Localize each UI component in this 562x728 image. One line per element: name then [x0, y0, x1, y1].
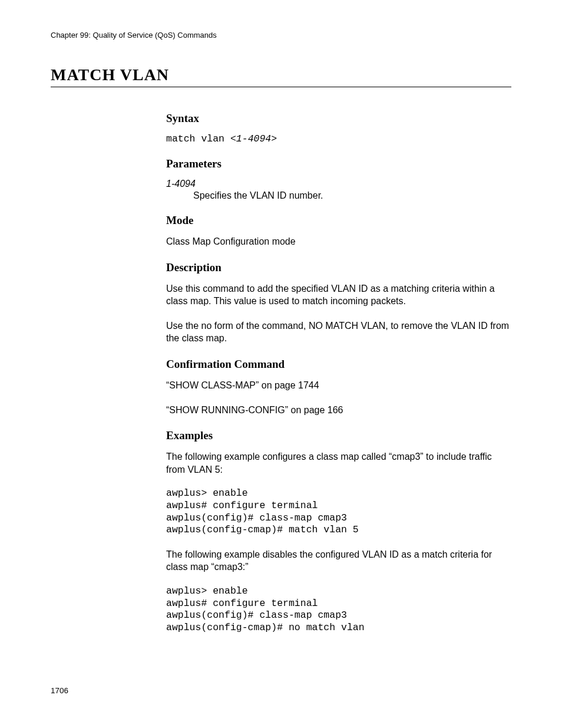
confirmation-link1: “SHOW CLASS-MAP” on page 1744 [166, 379, 511, 392]
confirmation-link2: “SHOW RUNNING-CONFIG” on page 166 [166, 404, 511, 417]
examples-heading: Examples [166, 429, 511, 442]
syntax-prefix: match vlan < [166, 133, 236, 144]
syntax-line: match vlan <1-4094> [166, 133, 511, 144]
example-intro1: The following example configures a class… [166, 450, 511, 476]
syntax-suffix: > [271, 133, 277, 144]
page-title: MATCH VLAN [51, 65, 511, 87]
description-p2: Use the no form of the command, NO MATCH… [166, 319, 511, 345]
description-heading: Description [166, 261, 511, 274]
param-name: 1-4094 [166, 179, 511, 189]
example-intro2: The following example disables the confi… [166, 548, 511, 574]
param-desc: Specifies the VLAN ID number. [193, 190, 511, 201]
mode-text: Class Map Configuration mode [166, 235, 511, 248]
syntax-arg: 1-4094 [236, 133, 271, 144]
chapter-header: Chapter 99: Quality of Service (QoS) Com… [51, 31, 511, 39]
main-content: Syntax match vlan <1-4094> Parameters 1-… [166, 112, 511, 634]
mode-heading: Mode [166, 214, 511, 227]
page-number: 1706 [51, 686, 68, 695]
description-p1: Use this command to add the specified VL… [166, 282, 511, 308]
parameters-heading: Parameters [166, 157, 511, 170]
example-code2: awplus> enable awplus# configure termina… [166, 585, 511, 634]
example-code1: awplus> enable awplus# configure termina… [166, 487, 511, 536]
syntax-heading: Syntax [166, 112, 511, 125]
confirmation-heading: Confirmation Command [166, 358, 511, 371]
